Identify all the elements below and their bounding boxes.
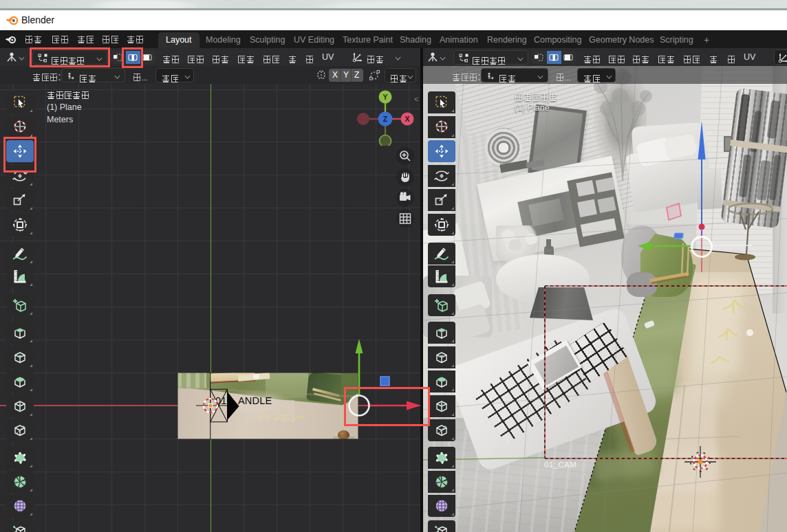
svg-text:Z: Z [383, 115, 388, 123]
svg-text:Y: Y [382, 93, 387, 101]
svg-text:X: X [405, 115, 409, 123]
